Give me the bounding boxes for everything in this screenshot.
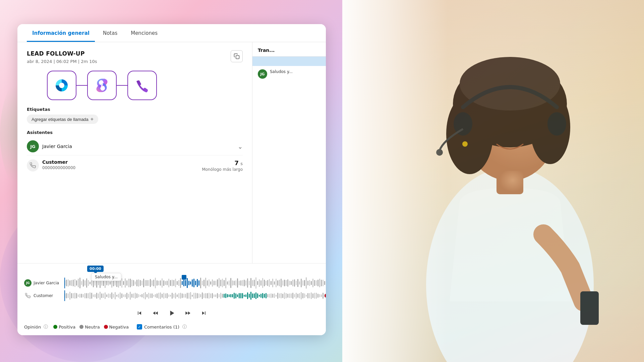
transcript-jg-msg: JG Saludos y...	[252, 66, 326, 82]
opinion-row: Opinión ⓘ Positiva Neutra Negativa	[17, 321, 326, 335]
track-customer-phone-icon	[24, 292, 32, 299]
customer-name: Customer	[42, 159, 75, 165]
track-jg-avatar: JG	[24, 279, 32, 287]
track-customer: Customer	[24, 290, 319, 301]
transcript-highlight	[252, 57, 326, 66]
phone-icon	[135, 78, 150, 93]
participant-jg-row: JG Javier Garcia ⌄	[27, 138, 243, 155]
app-icons-row	[47, 71, 243, 100]
add-tag-button[interactable]: Agregar etiquetas de llamada +	[27, 115, 98, 124]
stat-label: Monólogo más largo	[202, 167, 243, 172]
skip-forward-icon	[200, 310, 207, 316]
opinion-text: Opinión	[24, 324, 41, 330]
opinion-label: Opinión ⓘ	[24, 324, 48, 330]
opinion-info-icon: ⓘ	[44, 324, 48, 330]
svg-point-9	[547, 112, 566, 136]
copilot-icon-box	[87, 71, 117, 100]
play-button[interactable]	[166, 308, 177, 318]
comments-section: Comentarios (1) ⓘ	[137, 324, 187, 330]
copilot-icon	[93, 77, 111, 94]
comments-info-icon: ⓘ	[182, 324, 187, 330]
tab-general[interactable]: Información general	[27, 24, 95, 42]
comments-checkbox[interactable]	[137, 324, 142, 330]
etiquetas-section: Etiquetas Agregar etiquetas de llamada +	[27, 107, 243, 124]
track-jg: JG Javier Garcia	[24, 278, 319, 288]
svg-point-15	[59, 83, 64, 88]
waveform-panel: 00:00 Saludos y... JG Javier Garcia	[17, 263, 326, 335]
call-title: LEAD FOLLOW-UP	[27, 50, 243, 57]
track-customer-label: Customer	[24, 292, 61, 299]
fast-forward-button[interactable]	[182, 308, 193, 318]
track-jg-name: Javier Garcia	[34, 281, 59, 285]
rewind-button[interactable]	[150, 308, 161, 318]
copy-icon	[234, 53, 240, 59]
transcript-header: Tran...	[252, 42, 326, 57]
legend-positive: Positiva	[53, 324, 75, 330]
negative-dot	[104, 325, 108, 329]
svg-point-6	[460, 57, 560, 111]
left-panel: LEAD FOLLOW-UP abr 8, 2024 | 06:02 PM | …	[17, 42, 252, 263]
transcript-avatar-jg: JG	[258, 69, 267, 79]
negative-label: Negativa	[109, 324, 129, 330]
svg-point-2	[463, 74, 557, 181]
svg-point-10	[436, 149, 443, 156]
rewind-icon	[152, 310, 159, 316]
dynamics365-icon	[53, 77, 70, 94]
svg-point-3	[453, 60, 567, 147]
svg-point-5	[530, 90, 570, 164]
svg-point-8	[454, 112, 472, 136]
svg-rect-13	[236, 56, 239, 59]
customer-phone: 0000000000000	[42, 165, 75, 170]
copy-button[interactable]	[231, 50, 243, 62]
svg-point-1	[426, 167, 594, 362]
tab-bar: Información general Notas Menciones	[17, 24, 326, 42]
track-jg-label: JG Javier Garcia	[24, 279, 61, 287]
tooltip-greeting: Saludos y...	[91, 273, 121, 281]
transcript-panel: Tran... JG Saludos y...	[252, 42, 326, 263]
svg-point-4	[446, 94, 493, 174]
customer-row: Customer 0000000000000 7 s Monólogo más …	[27, 155, 243, 172]
svg-rect-0	[342, 0, 644, 362]
content-area: LEAD FOLLOW-UP abr 8, 2024 | 06:02 PM | …	[17, 42, 326, 263]
customer-bars	[64, 290, 326, 301]
svg-rect-12	[580, 291, 599, 325]
avatar-jg: JG	[27, 140, 39, 152]
main-card: Información general Notas Menciones LEAD…	[17, 24, 326, 335]
fast-forward-icon	[184, 310, 191, 316]
legend-neutral: Neutra	[79, 324, 100, 330]
tab-menciones[interactable]: Menciones	[125, 24, 163, 42]
track-customer-waveform[interactable]	[64, 290, 326, 301]
time-marker: 00:00	[87, 266, 104, 272]
skip-back-button[interactable]	[134, 308, 145, 318]
connector-1	[76, 85, 87, 86]
dynamics365-icon-box	[47, 71, 76, 100]
customer-stats: 7 s Monólogo más largo	[202, 159, 243, 172]
skip-back-icon	[136, 310, 143, 316]
stat-value: 7 s	[202, 159, 243, 166]
add-tag-label: Agregar etiquetas de llamada	[32, 117, 89, 122]
tab-notas[interactable]: Notas	[98, 24, 123, 42]
plus-icon: +	[91, 116, 94, 122]
asistentes-section: Asistentes JG Javier Garcia ⌄ Customer	[27, 130, 243, 172]
asistentes-label: Asistentes	[27, 130, 243, 135]
positive-label: Positiva	[59, 324, 75, 330]
call-meta: abr 8, 2024 | 06:02 PM | 2m 10s	[27, 59, 243, 64]
waveform-area: 00:00 Saludos y... JG Javier Garcia	[17, 264, 326, 301]
customer-phone-icon	[27, 159, 39, 171]
positive-dot	[53, 325, 57, 329]
comments-label: Comentarios (1)	[144, 324, 179, 330]
play-icon	[167, 309, 176, 317]
svg-rect-7	[496, 171, 523, 194]
customer-info: Customer 0000000000000	[42, 159, 75, 170]
neutral-dot	[79, 325, 83, 329]
skip-forward-button[interactable]	[198, 308, 209, 318]
playback-controls	[17, 303, 326, 321]
track-customer-name: Customer	[34, 293, 53, 298]
chevron-down-icon[interactable]: ⌄	[238, 143, 243, 150]
participant-jg-name: Javier Garcia	[42, 144, 72, 149]
phone-icon-box	[127, 71, 157, 100]
neutral-label: Neutra	[85, 324, 100, 330]
transcript-greeting: Saludos y...	[270, 69, 293, 74]
connector-2	[117, 85, 127, 86]
svg-point-11	[462, 141, 468, 147]
